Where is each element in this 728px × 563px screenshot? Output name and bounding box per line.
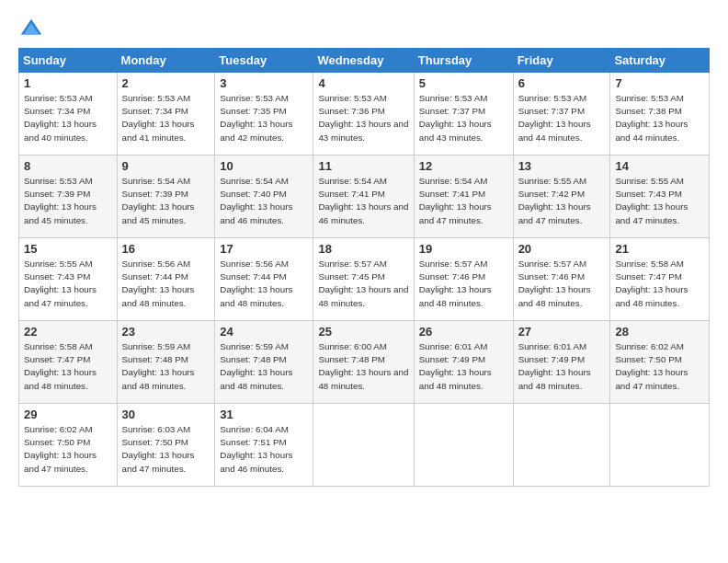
calendar-day-cell: 19 Sunrise: 5:57 AM Sunset: 7:46 PM Dayl… xyxy=(414,238,513,321)
calendar-week-row: 8 Sunrise: 5:53 AM Sunset: 7:39 PM Dayli… xyxy=(19,155,710,238)
day-info: Sunrise: 6:02 AM Sunset: 7:50 PM Dayligh… xyxy=(24,423,112,476)
calendar-day-cell: 27 Sunrise: 6:01 AM Sunset: 7:49 PM Dayl… xyxy=(513,321,610,404)
day-info: Sunrise: 5:59 AM Sunset: 7:48 PM Dayligh… xyxy=(220,340,308,393)
day-number: 13 xyxy=(518,159,606,173)
day-number: 5 xyxy=(419,76,508,90)
calendar-day-cell: 8 Sunrise: 5:53 AM Sunset: 7:39 PM Dayli… xyxy=(19,155,118,238)
day-info: Sunrise: 5:55 AM Sunset: 7:42 PM Dayligh… xyxy=(518,175,606,227)
day-info: Sunrise: 5:53 AM Sunset: 7:38 PM Dayligh… xyxy=(615,92,704,144)
day-number: 29 xyxy=(24,408,112,421)
calendar-day-cell: 3 Sunrise: 5:53 AM Sunset: 7:35 PM Dayli… xyxy=(215,73,313,155)
day-number: 22 xyxy=(24,325,112,339)
logo xyxy=(18,17,50,42)
page: SundayMondayTuesdayWednesdayThursdayFrid… xyxy=(0,0,728,563)
day-number: 15 xyxy=(24,242,112,256)
day-of-week-header: Thursday xyxy=(414,49,513,73)
day-number: 4 xyxy=(318,76,408,90)
logo-icon xyxy=(18,17,44,42)
calendar-day-cell: 23 Sunrise: 5:59 AM Sunset: 7:48 PM Dayl… xyxy=(117,321,215,404)
calendar-day-cell: 28 Sunrise: 6:02 AM Sunset: 7:50 PM Dayl… xyxy=(610,321,710,404)
calendar-day-cell xyxy=(414,404,513,487)
day-info: Sunrise: 6:01 AM Sunset: 7:49 PM Dayligh… xyxy=(419,340,508,393)
day-of-week-header: Saturday xyxy=(610,49,710,73)
calendar-day-cell: 17 Sunrise: 5:56 AM Sunset: 7:44 PM Dayl… xyxy=(215,238,313,321)
day-info: Sunrise: 5:55 AM Sunset: 7:43 PM Dayligh… xyxy=(24,258,112,310)
header xyxy=(18,17,710,42)
day-number: 21 xyxy=(615,242,704,256)
day-number: 14 xyxy=(615,159,704,173)
day-info: Sunrise: 5:53 AM Sunset: 7:37 PM Dayligh… xyxy=(419,92,508,144)
calendar-day-cell: 25 Sunrise: 6:00 AM Sunset: 7:48 PM Dayl… xyxy=(313,321,414,404)
calendar-day-cell: 13 Sunrise: 5:55 AM Sunset: 7:42 PM Dayl… xyxy=(513,155,610,238)
day-number: 18 xyxy=(318,242,408,256)
day-of-week-header: Monday xyxy=(117,49,215,73)
day-info: Sunrise: 5:57 AM Sunset: 7:46 PM Dayligh… xyxy=(419,258,508,310)
header-row: SundayMondayTuesdayWednesdayThursdayFrid… xyxy=(19,49,710,73)
day-of-week-header: Friday xyxy=(513,49,610,73)
calendar-day-cell: 4 Sunrise: 5:53 AM Sunset: 7:36 PM Dayli… xyxy=(313,73,414,155)
day-number: 16 xyxy=(122,242,210,256)
day-info: Sunrise: 6:02 AM Sunset: 7:50 PM Dayligh… xyxy=(615,340,704,393)
day-info: Sunrise: 5:54 AM Sunset: 7:41 PM Dayligh… xyxy=(419,175,508,227)
calendar-day-cell xyxy=(313,404,414,487)
calendar-body: 1 Sunrise: 5:53 AM Sunset: 7:34 PM Dayli… xyxy=(19,73,710,487)
calendar-header: SundayMondayTuesdayWednesdayThursdayFrid… xyxy=(19,49,710,73)
calendar-day-cell: 7 Sunrise: 5:53 AM Sunset: 7:38 PM Dayli… xyxy=(610,73,710,155)
day-number: 1 xyxy=(24,76,112,90)
day-info: Sunrise: 6:01 AM Sunset: 7:49 PM Dayligh… xyxy=(518,340,606,393)
calendar-day-cell: 20 Sunrise: 5:57 AM Sunset: 7:46 PM Dayl… xyxy=(513,238,610,321)
day-info: Sunrise: 5:58 AM Sunset: 7:47 PM Dayligh… xyxy=(24,340,112,393)
day-info: Sunrise: 5:54 AM Sunset: 7:40 PM Dayligh… xyxy=(220,175,308,227)
day-info: Sunrise: 5:57 AM Sunset: 7:45 PM Dayligh… xyxy=(318,258,408,310)
day-info: Sunrise: 5:53 AM Sunset: 7:34 PM Dayligh… xyxy=(122,92,210,144)
day-info: Sunrise: 5:53 AM Sunset: 7:39 PM Dayligh… xyxy=(24,175,112,227)
calendar-day-cell: 6 Sunrise: 5:53 AM Sunset: 7:37 PM Dayli… xyxy=(513,73,610,155)
day-number: 7 xyxy=(615,76,704,90)
day-number: 30 xyxy=(122,408,210,421)
day-number: 19 xyxy=(419,242,508,256)
calendar-day-cell: 1 Sunrise: 5:53 AM Sunset: 7:34 PM Dayli… xyxy=(19,73,118,155)
day-info: Sunrise: 5:53 AM Sunset: 7:37 PM Dayligh… xyxy=(518,92,606,144)
day-info: Sunrise: 5:56 AM Sunset: 7:44 PM Dayligh… xyxy=(122,258,210,310)
day-number: 31 xyxy=(220,408,308,421)
day-info: Sunrise: 5:53 AM Sunset: 7:35 PM Dayligh… xyxy=(220,92,308,144)
calendar-week-row: 1 Sunrise: 5:53 AM Sunset: 7:34 PM Dayli… xyxy=(19,73,710,155)
day-info: Sunrise: 5:53 AM Sunset: 7:34 PM Dayligh… xyxy=(24,92,112,144)
day-number: 3 xyxy=(220,76,308,90)
calendar-week-row: 15 Sunrise: 5:55 AM Sunset: 7:43 PM Dayl… xyxy=(19,238,710,321)
day-number: 11 xyxy=(318,159,408,173)
day-info: Sunrise: 5:58 AM Sunset: 7:47 PM Dayligh… xyxy=(615,258,704,310)
calendar-day-cell: 31 Sunrise: 6:04 AM Sunset: 7:51 PM Dayl… xyxy=(215,404,313,487)
calendar-day-cell: 16 Sunrise: 5:56 AM Sunset: 7:44 PM Dayl… xyxy=(117,238,215,321)
calendar-day-cell: 5 Sunrise: 5:53 AM Sunset: 7:37 PM Dayli… xyxy=(414,73,513,155)
day-number: 2 xyxy=(122,76,210,90)
calendar-day-cell: 29 Sunrise: 6:02 AM Sunset: 7:50 PM Dayl… xyxy=(19,404,118,487)
calendar-day-cell: 22 Sunrise: 5:58 AM Sunset: 7:47 PM Dayl… xyxy=(19,321,118,404)
calendar-day-cell: 12 Sunrise: 5:54 AM Sunset: 7:41 PM Dayl… xyxy=(414,155,513,238)
day-info: Sunrise: 5:59 AM Sunset: 7:48 PM Dayligh… xyxy=(122,340,210,393)
calendar-day-cell: 18 Sunrise: 5:57 AM Sunset: 7:45 PM Dayl… xyxy=(313,238,414,321)
day-info: Sunrise: 5:55 AM Sunset: 7:43 PM Dayligh… xyxy=(615,175,704,227)
day-number: 24 xyxy=(220,325,308,339)
day-info: Sunrise: 6:00 AM Sunset: 7:48 PM Dayligh… xyxy=(318,340,408,393)
day-number: 9 xyxy=(122,159,210,173)
calendar-day-cell: 14 Sunrise: 5:55 AM Sunset: 7:43 PM Dayl… xyxy=(610,155,710,238)
day-number: 8 xyxy=(24,159,112,173)
day-info: Sunrise: 6:04 AM Sunset: 7:51 PM Dayligh… xyxy=(220,423,308,476)
calendar-day-cell: 10 Sunrise: 5:54 AM Sunset: 7:40 PM Dayl… xyxy=(215,155,313,238)
calendar-week-row: 22 Sunrise: 5:58 AM Sunset: 7:47 PM Dayl… xyxy=(19,321,710,404)
day-number: 6 xyxy=(518,76,606,90)
calendar-day-cell: 15 Sunrise: 5:55 AM Sunset: 7:43 PM Dayl… xyxy=(19,238,118,321)
day-info: Sunrise: 5:54 AM Sunset: 7:39 PM Dayligh… xyxy=(122,175,210,227)
calendar-day-cell: 11 Sunrise: 5:54 AM Sunset: 7:41 PM Dayl… xyxy=(313,155,414,238)
day-number: 23 xyxy=(122,325,210,339)
day-info: Sunrise: 5:53 AM Sunset: 7:36 PM Dayligh… xyxy=(318,92,408,144)
day-number: 26 xyxy=(419,325,508,339)
day-of-week-header: Wednesday xyxy=(313,49,414,73)
day-info: Sunrise: 5:54 AM Sunset: 7:41 PM Dayligh… xyxy=(318,175,408,227)
day-info: Sunrise: 6:03 AM Sunset: 7:50 PM Dayligh… xyxy=(122,423,210,476)
day-number: 12 xyxy=(419,159,508,173)
day-number: 20 xyxy=(518,242,606,256)
calendar-day-cell xyxy=(513,404,610,487)
calendar-table: SundayMondayTuesdayWednesdayThursdayFrid… xyxy=(18,48,710,487)
